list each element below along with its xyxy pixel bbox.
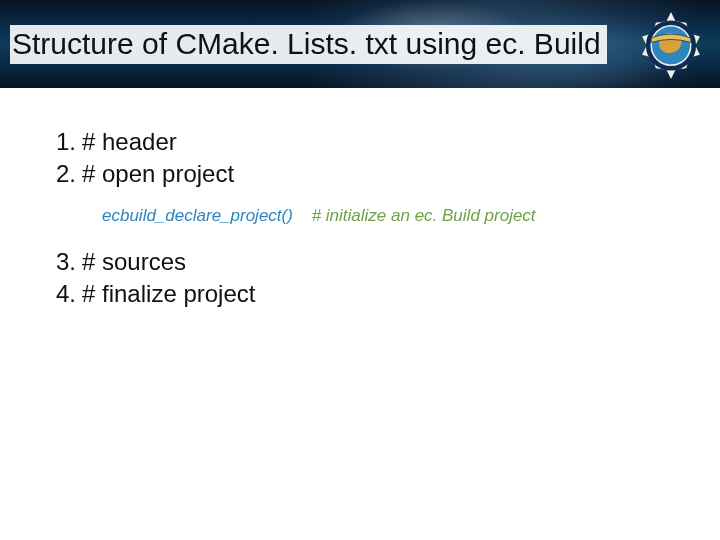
title-band: Structure of CMake. Lists. txt using ec.…: [0, 0, 720, 88]
list-item-text: # finalize project: [82, 280, 255, 307]
bullet-list-top: # header # open project: [46, 128, 674, 188]
list-item: # finalize project: [46, 280, 674, 308]
bullet-list-bottom: # sources # finalize project: [46, 248, 674, 308]
list-item-text: # sources: [82, 248, 186, 275]
list-item: # open project: [46, 160, 674, 188]
logo-acronym: JCSDA: [659, 64, 683, 71]
jcsda-logo: JCSDA: [630, 6, 712, 82]
slide-title: Structure of CMake. Lists. txt using ec.…: [10, 25, 607, 64]
code-line: ecbuild_declare_project() # initialize a…: [102, 206, 674, 226]
list-item: # sources: [46, 248, 674, 276]
code-comment: # initialize an ec. Build project: [312, 206, 536, 225]
list-item: # header: [46, 128, 674, 156]
slide: Structure of CMake. Lists. txt using ec.…: [0, 0, 720, 540]
code-function: ecbuild_declare_project(): [102, 206, 293, 225]
list-item-text: # header: [82, 128, 177, 155]
list-item-text: # open project: [82, 160, 234, 187]
slide-content: # header # open project ecbuild_declare_…: [0, 88, 720, 348]
